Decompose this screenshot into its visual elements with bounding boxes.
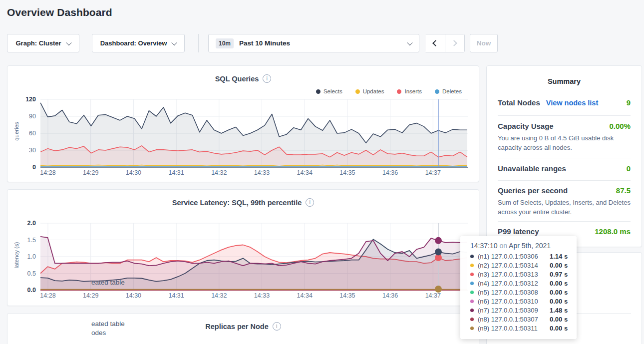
node-latency-value: 1.14 s (550, 253, 568, 260)
graph-scope-dropdown[interactable]: Graph: Cluster (7, 34, 79, 52)
legend-item-deletes[interactable]: Deletes (435, 88, 462, 94)
tooltip-row: (n2) 127.0.0.1:503140.00 s (470, 261, 577, 270)
info-glyph: i (310, 199, 311, 205)
divider (498, 115, 631, 116)
svg-text:14:30: 14:30 (126, 169, 141, 176)
tooltip-row: (n7) 127.0.0.1:503091.48 s (470, 306, 577, 315)
legend-label: Updates (363, 88, 384, 94)
p99-latency-row: P99 latency 1208.0 ms (498, 227, 631, 236)
chart-title-row: Replicas per Node i (7, 322, 479, 331)
service-latency-chart[interactable]: 14:2814:2914:3014:3114:3214:3314:3414:35… (7, 219, 480, 305)
svg-text:14:34: 14:34 (297, 292, 313, 299)
tooltip-row: (n1) 127.0.0.1:503061.14 s (470, 252, 577, 261)
info-icon[interactable]: i (273, 322, 281, 331)
sql-queries-chart[interactable]: 14:2814:2914:3014:3114:3214:3314:3414:35… (7, 95, 480, 181)
svg-text:14:28: 14:28 (40, 169, 55, 176)
time-forward-button[interactable] (445, 34, 465, 52)
unavailable-ranges-label: Unavailable ranges (498, 164, 566, 173)
queries-per-second-row: Queries per second 87.5 (498, 186, 631, 195)
info-glyph: i (267, 75, 268, 81)
capacity-usage-row: Capacity Usage 0.00% (498, 122, 631, 130)
svg-text:14:28: 14:28 (40, 292, 55, 299)
now-button[interactable]: Now (470, 34, 498, 52)
svg-text:14:33: 14:33 (254, 169, 270, 176)
legend-dot (397, 89, 401, 94)
summary-title: Summary (487, 77, 642, 85)
node-address: (n9) 127.0.0.1:50311 (478, 325, 546, 332)
tooltip-row: (n3) 127.0.0.1:503130.97 s (470, 270, 577, 279)
chevron-right-icon (451, 40, 457, 46)
tooltip-date: Apr 5th, 2021 (509, 242, 551, 250)
capacity-usage-description: You are using 0 B of 4.5 GiB usable disk… (498, 133, 631, 152)
summary-panel: Summary Total Nodes View nodes list 9 Ca… (486, 65, 642, 247)
svg-text:14:35: 14:35 (339, 292, 355, 299)
queries-per-second-description: Sum of Selects, Updates, Inserts, and De… (498, 198, 631, 217)
node-address: (n7) 127.0.0.1:50309 (478, 307, 546, 314)
event-text-fragment[interactable]: eated table (91, 279, 125, 286)
legend-dot (316, 89, 321, 94)
p99-latency-value: 1208.0 ms (595, 227, 631, 236)
node-address: (n3) 127.0.0.1:50313 (478, 271, 546, 278)
toolbar-divider (198, 34, 199, 52)
svg-text:1.0: 1.0 (27, 253, 36, 260)
divider (498, 221, 631, 222)
chart-title-row: Service Latency: SQL, 99th percentile i (7, 198, 479, 207)
time-range-dropdown[interactable]: 10m Past 10 Minutes (208, 34, 419, 52)
info-icon[interactable]: i (263, 74, 271, 83)
legend-item-inserts[interactable]: Inserts (397, 88, 422, 94)
series-dot (470, 300, 474, 303)
tooltip-rows: (n1) 127.0.0.1:503061.14 s(n2) 127.0.0.1… (470, 252, 577, 333)
svg-text:60: 60 (29, 130, 36, 137)
time-nav-group (425, 34, 465, 52)
info-icon[interactable]: i (306, 198, 314, 207)
unavailable-ranges-value: 0 (627, 164, 631, 173)
series-dot (470, 255, 474, 258)
node-latency-value: 0.00 s (550, 316, 568, 323)
tooltip-timestamp: 14:37:10 on Apr 5th, 2021 (470, 242, 577, 250)
view-nodes-list-link[interactable]: View nodes list (546, 99, 599, 107)
tooltip-on: on (499, 242, 507, 250)
legend-item-selects[interactable]: Selects (316, 88, 342, 94)
legend-dot (435, 89, 439, 94)
node-address: (n1) 127.0.0.1:50306 (478, 253, 546, 260)
chart-title: SQL Queries (215, 75, 259, 83)
time-back-button[interactable] (425, 34, 445, 52)
dashboard-dropdown[interactable]: Dashboard: Overview (92, 34, 185, 52)
legend-label: Selects (323, 88, 342, 94)
sql-queries-panel: SQL Queries i SelectsUpdatesInsertsDelet… (7, 65, 479, 182)
capacity-usage-label: Capacity Usage (498, 122, 554, 130)
svg-text:120: 120 (25, 96, 36, 103)
series-dot (470, 273, 474, 276)
tooltip-time: 14:37:10 (470, 242, 498, 250)
node-latency-value: 0.00 s (550, 325, 568, 332)
svg-text:14:32: 14:32 (211, 169, 227, 176)
event-text-fragment[interactable]: eated table (91, 320, 125, 328)
chart-title-row: SQL Queries i (7, 74, 479, 83)
service-latency-panel: Service Latency: SQL, 99th percentile i … (7, 189, 479, 306)
chevron-down-icon (172, 39, 177, 45)
svg-text:14:29: 14:29 (83, 169, 98, 176)
event-text-fragment[interactable]: odes (91, 329, 106, 337)
node-latency-value: 0.00 s (550, 262, 568, 269)
chart-legend: SelectsUpdatesInsertsDeletes (316, 88, 462, 94)
divider (498, 180, 631, 181)
queries-per-second-value: 87.5 (616, 186, 631, 195)
total-nodes-value: 9 (627, 98, 631, 107)
svg-text:1.5: 1.5 (27, 237, 36, 244)
series-dot (470, 318, 474, 321)
node-latency-value: 1.48 s (550, 307, 568, 314)
graph-scope-dropdown-label: Graph: Cluster (15, 39, 61, 47)
svg-text:0.0: 0.0 (27, 287, 36, 294)
dashboard-dropdown-label: Dashboard: Overview (100, 39, 167, 47)
svg-text:14:34: 14:34 (297, 169, 313, 176)
page-title: Overview Dashboard (7, 6, 112, 18)
divider (498, 158, 631, 158)
svg-text:14:29: 14:29 (83, 292, 98, 299)
series-dot (470, 282, 474, 285)
node-address: (n5) 127.0.0.1:50308 (478, 289, 546, 296)
legend-item-updates[interactable]: Updates (355, 88, 384, 94)
node-address: (n2) 127.0.0.1:50314 (478, 262, 546, 269)
svg-text:2.0: 2.0 (27, 220, 36, 227)
node-address: (n8) 127.0.0.1:50307 (478, 316, 546, 323)
chevron-left-icon (432, 40, 439, 46)
